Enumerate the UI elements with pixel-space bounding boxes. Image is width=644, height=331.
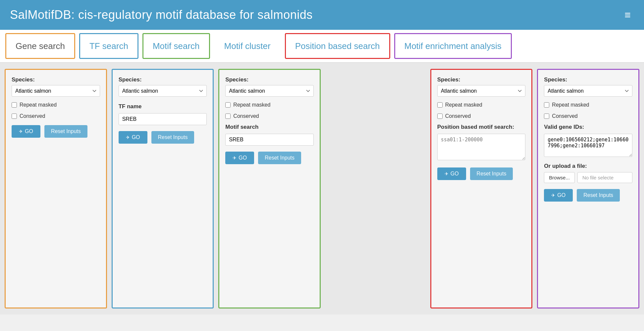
tf-species-select[interactable]: Atlantic salmon Rainbow trout Arctic cha… (119, 85, 207, 97)
enrichment-go-button[interactable]: GO (544, 189, 573, 202)
position-repeat-masked-checkbox[interactable] (437, 102, 443, 108)
tf-name-label: TF name (119, 103, 207, 110)
position-conserved-row: Conserved (437, 113, 526, 119)
enrichment-repeat-masked-label: Repeat masked (552, 102, 589, 108)
position-reset-button[interactable]: Reset Inputs (470, 167, 513, 180)
enrichment-upload-label: Or upload a file: (544, 163, 632, 169)
gene-go-send-icon (19, 128, 23, 134)
motif-conserved-checkbox[interactable] (225, 114, 231, 119)
motif-reset-button[interactable]: Reset Inputs (258, 152, 301, 164)
enrichment-reset-button[interactable]: Reset Inputs (577, 189, 620, 202)
main-content: Species: Atlantic salmon Rainbow trout A… (0, 63, 644, 314)
enrichment-go-send-icon (551, 192, 555, 198)
tf-go-button[interactable]: GO (119, 131, 147, 144)
gene-conserved-row: Conserved (12, 113, 100, 119)
hamburger-menu-icon[interactable]: ≡ (621, 7, 634, 23)
enrichment-repeat-masked-checkbox[interactable] (544, 102, 549, 108)
gene-repeat-masked-checkbox[interactable] (12, 102, 17, 108)
position-motif-textarea[interactable] (437, 134, 526, 160)
position-species-select[interactable]: Atlantic salmon Rainbow trout Arctic cha… (437, 85, 526, 97)
position-motif-label: Position based motif search: (437, 124, 526, 130)
motif-btn-row: GO Reset Inputs (225, 152, 314, 164)
header: SalMotifDB: cis-regulatory motif databas… (0, 0, 644, 30)
enrichment-species-select[interactable]: Atlantic salmon Rainbow trout Arctic cha… (544, 85, 632, 97)
enrichment-repeat-masked-row: Repeat masked (544, 102, 632, 108)
motif-search-input[interactable] (225, 134, 314, 146)
tf-search-panel: Species: Atlantic salmon Rainbow trout A… (112, 69, 214, 308)
position-go-send-icon (445, 171, 449, 177)
position-conserved-label: Conserved (445, 113, 471, 119)
motif-repeat-masked-checkbox[interactable] (225, 102, 231, 108)
tab-gene-search[interactable]: Gene search (5, 33, 75, 59)
motif-go-send-icon (233, 155, 237, 161)
motif-search-label: Motif search (225, 124, 314, 130)
tf-go-send-icon (126, 134, 130, 140)
enrichment-upload-row: Browse... No file selecte (544, 172, 632, 183)
gene-conserved-checkbox[interactable] (12, 114, 17, 119)
nav-tabs: Gene search TF search Motif search Motif… (0, 30, 644, 63)
position-repeat-masked-label: Repeat masked (445, 102, 482, 108)
tf-name-input[interactable] (119, 113, 207, 125)
position-species-label: Species: (437, 76, 526, 83)
gene-search-panel: Species: Atlantic salmon Rainbow trout A… (5, 69, 107, 308)
tf-reset-button[interactable]: Reset Inputs (151, 131, 194, 144)
tab-motif-search[interactable]: Motif search (142, 33, 210, 59)
enrichment-conserved-label: Conserved (552, 113, 577, 119)
enrichment-btn-row: GO Reset Inputs (544, 189, 632, 202)
motif-species-label: Species: (225, 76, 314, 83)
tab-motif-enrichment[interactable]: Motif enrichment analysis (394, 33, 512, 59)
motif-cluster-panel (325, 69, 426, 308)
position-btn-row: GO Reset Inputs (437, 167, 526, 180)
enrichment-no-file-label: No file selecte (577, 172, 632, 183)
position-go-button[interactable]: GO (437, 167, 466, 180)
enrichment-browse-button[interactable]: Browse... (544, 172, 575, 183)
tf-btn-row: GO Reset Inputs (119, 131, 207, 144)
motif-species-select[interactable]: Atlantic salmon Rainbow trout Arctic cha… (225, 85, 314, 97)
motif-go-button[interactable]: GO (225, 152, 254, 164)
motif-search-panel: Species: Atlantic salmon Rainbow trout A… (218, 69, 321, 308)
enrichment-valid-ids-textarea[interactable]: gene0:106560212;gene1:106607996;gene2:10… (544, 134, 632, 157)
gene-go-button[interactable]: GO (12, 125, 40, 138)
motif-conserved-label: Conserved (233, 113, 259, 119)
enrichment-conserved-row: Conserved (544, 113, 632, 119)
gene-btn-row: GO Reset Inputs (12, 125, 100, 138)
gene-conserved-label: Conserved (20, 113, 45, 119)
enrichment-species-label: Species: (544, 76, 632, 83)
position-conserved-checkbox[interactable] (437, 114, 443, 119)
enrichment-panel: Species: Atlantic salmon Rainbow trout A… (537, 69, 639, 308)
position-search-panel: Species: Atlantic salmon Rainbow trout A… (430, 69, 533, 308)
gene-repeat-masked-row: Repeat masked (12, 102, 100, 108)
tab-motif-cluster[interactable]: Motif cluster (214, 33, 281, 59)
gene-species-label: Species: (12, 76, 100, 83)
gene-reset-button[interactable]: Reset Inputs (44, 125, 87, 138)
app-title: SalMotifDB: cis-regulatory motif databas… (10, 8, 313, 22)
motif-conserved-row: Conserved (225, 113, 314, 119)
tab-position-search[interactable]: Position based search (285, 33, 390, 59)
motif-repeat-masked-label: Repeat masked (233, 102, 270, 108)
tf-species-label: Species: (119, 76, 207, 83)
tab-tf-search[interactable]: TF search (79, 33, 138, 59)
position-repeat-masked-row: Repeat masked (437, 102, 526, 108)
gene-species-select[interactable]: Atlantic salmon Rainbow trout Arctic cha… (12, 85, 100, 97)
enrichment-conserved-checkbox[interactable] (544, 114, 549, 119)
motif-repeat-masked-row: Repeat masked (225, 102, 314, 108)
gene-repeat-masked-label: Repeat masked (20, 102, 57, 108)
enrichment-valid-ids-label: Valid gene IDs: (544, 124, 632, 130)
